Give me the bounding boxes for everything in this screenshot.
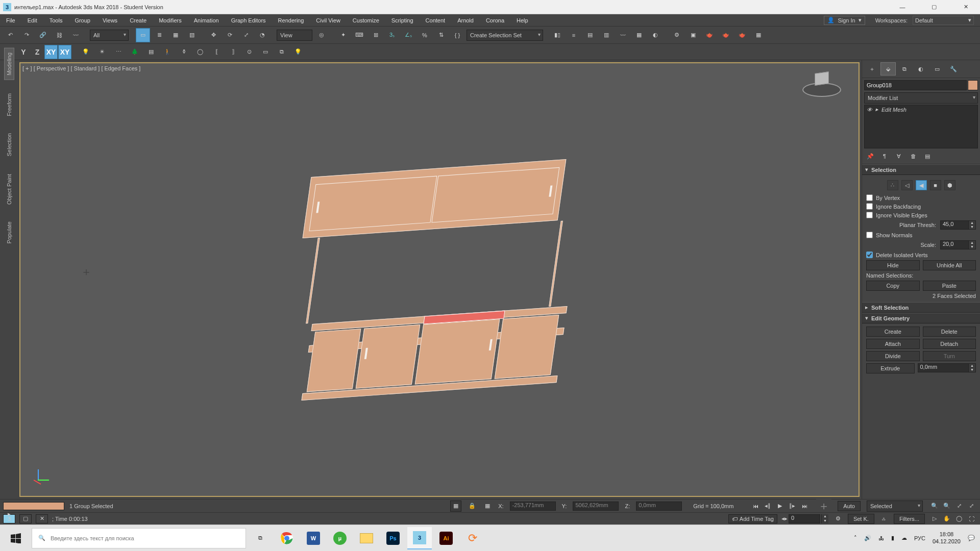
isolate-toggle[interactable]: ▦ — [450, 500, 461, 512]
goto-start-button[interactable]: ⏮ — [750, 500, 761, 512]
unlink-button[interactable]: ⛓ — [52, 28, 66, 42]
tray-clock[interactable]: 18:08 04.12.2020 — [933, 531, 961, 544]
bracket-r-button[interactable]: ⟧ — [226, 45, 240, 59]
menu-edit[interactable]: Edit — [21, 14, 43, 26]
by-vertex-checkbox[interactable]: By Vertex — [866, 194, 976, 201]
tab-objectpaint[interactable]: Object Paint — [5, 170, 14, 209]
start-button[interactable] — [2, 527, 30, 549]
modifier-list-dropdown[interactable]: Modifier List — [864, 92, 978, 104]
zoom-extents-button[interactable]: ⤢ — [953, 500, 965, 512]
doc-chip-2[interactable]: ▢ — [19, 514, 32, 523]
tab-populate[interactable]: Populate — [5, 217, 14, 247]
ring-button[interactable]: ◯ — [193, 45, 207, 59]
render-online-button[interactable]: ▦ — [751, 28, 766, 42]
rollout-editgeometry-header[interactable]: ▾Edit Geometry — [862, 313, 980, 323]
paste-sel-button[interactable]: Paste — [923, 281, 976, 291]
next-frame-button[interactable]: ∥▸ — [787, 500, 798, 512]
panel-display-tab[interactable]: ▭ — [929, 62, 945, 76]
menu-customize[interactable]: Customize — [347, 14, 385, 26]
mirror-button[interactable]: ▮▯ — [550, 28, 565, 42]
signin-dropdown[interactable]: 👤 Sign In ▾ — [824, 16, 865, 25]
delete-isolated-verts-checkbox[interactable]: Delete Isolated Verts — [866, 252, 976, 258]
modifier-stack[interactable]: 👁▸Edit Mesh — [864, 105, 978, 148]
close-button[interactable]: ✕ — [957, 2, 975, 12]
set-key-button[interactable]: Set K. — [848, 514, 874, 524]
taskbar-chrome[interactable] — [275, 527, 299, 549]
material-editor-button[interactable]: ◐ — [648, 28, 663, 42]
zoom-extents-all-button[interactable]: ⤢ — [966, 500, 977, 512]
keyfilter-selected-dropdown[interactable]: Selected — [867, 500, 923, 512]
select-region-rect-button[interactable]: ▦ — [168, 28, 183, 42]
percent-snap-toggle[interactable]: % — [418, 28, 432, 42]
extrude-amount-field[interactable]: 0,0mm▲▼ — [918, 363, 976, 372]
axis-z[interactable]: Z — [31, 45, 44, 59]
goto-end-button[interactable]: ⏭ — [799, 500, 810, 512]
panel-motion-tab[interactable]: ◐ — [913, 62, 928, 76]
layer-explorer-button[interactable]: ▤ — [583, 28, 597, 42]
menu-modifiers[interactable]: Modifiers — [153, 14, 188, 26]
pan-button[interactable]: ✋ — [941, 513, 952, 524]
taskbar-explorer[interactable] — [354, 527, 379, 549]
subobj-edge[interactable]: ◁ — [901, 180, 913, 190]
zoom-all-button[interactable]: 🔍 — [941, 500, 952, 512]
bracket-l-button[interactable]: ⟦ — [209, 45, 224, 59]
time-config-button[interactable]: ⚙ — [832, 513, 844, 524]
use-pivot-center-button[interactable]: ◎ — [314, 28, 329, 42]
copy-sel-button[interactable]: Copy — [866, 281, 920, 291]
taskbar-word[interactable]: W — [301, 527, 326, 549]
coord-x-field[interactable]: -253,771mm — [510, 502, 556, 511]
render-activeshade-button[interactable]: 🫖 — [735, 28, 749, 42]
workspaces-dropdown[interactable]: Default ▾ — [913, 16, 974, 25]
delete-geo-button[interactable]: Delete — [923, 327, 976, 337]
configure-sets-button[interactable]: ▤ — [921, 151, 934, 162]
menu-rendering[interactable]: Rendering — [272, 14, 310, 26]
person-button[interactable]: 🚶 — [160, 45, 175, 59]
coord-y-field[interactable]: 5062,629mm — [573, 502, 619, 511]
key-filters-button[interactable]: Filters... — [894, 514, 925, 524]
task-view-button[interactable]: ⧉ — [248, 527, 273, 549]
menu-civilview[interactable]: Civil View — [310, 14, 346, 26]
tab-selection[interactable]: Selection — [5, 129, 14, 160]
create-geo-button[interactable]: Create — [866, 327, 920, 337]
menu-help[interactable]: Help — [510, 14, 534, 26]
planar-thresh-field[interactable]: 45,0▲▼ — [940, 220, 976, 230]
angle-snap-toggle[interactable]: ∠ₛ — [401, 28, 415, 42]
named-selection-set-dropdown[interactable]: Create Selection Set — [467, 30, 543, 41]
snap-toggle-2d[interactable]: ⊞ — [369, 28, 383, 42]
detach-button[interactable]: Detach — [923, 339, 976, 349]
taskbar-blender[interactable]: ⟳ — [460, 527, 485, 549]
move-button[interactable]: ✥ — [206, 28, 220, 42]
render-setup-button[interactable]: ⚙ — [670, 28, 684, 42]
idea-button[interactable]: 💡 — [291, 45, 305, 59]
tray-notifications-icon[interactable]: 💬 — [968, 535, 975, 541]
divide-button[interactable]: Divide — [866, 351, 920, 361]
bottle-button[interactable]: ⚱ — [177, 45, 191, 59]
select-object-button[interactable]: ▭ — [136, 28, 150, 42]
ignore-visible-edges-checkbox[interactable]: Ignore Visible Edges — [866, 212, 976, 218]
make-unique-button[interactable]: ∀ — [893, 151, 905, 162]
link-button[interactable]: 🔗 — [36, 28, 50, 42]
menu-corona[interactable]: Corona — [480, 14, 510, 26]
ref-coord-dropdown[interactable]: View — [277, 30, 312, 41]
menu-tools[interactable]: Tools — [43, 14, 69, 26]
set-key-big-button[interactable]: ＋ — [816, 498, 831, 514]
select-by-name-button[interactable]: ≣ — [152, 28, 166, 42]
minimize-button[interactable]: — — [893, 2, 912, 12]
monitor-button[interactable]: ▭ — [258, 45, 273, 59]
transform-typein-toggle[interactable]: ▦ — [483, 500, 492, 512]
subobj-polygon[interactable]: ■ — [930, 180, 941, 190]
placement-button[interactable]: ◔ — [255, 28, 270, 42]
scale-button[interactable]: ⤢ — [239, 28, 253, 42]
menu-views[interactable]: Views — [96, 14, 124, 26]
rotate-button[interactable]: ⟳ — [223, 28, 237, 42]
undo-button[interactable]: ↶ — [3, 28, 17, 42]
taskbar-illustrator[interactable]: Ai — [434, 527, 458, 549]
camera-list-button[interactable]: ⋯ — [111, 45, 126, 59]
panel-create-tab[interactable]: ＋ — [864, 62, 879, 76]
orbit-button[interactable]: ◯ — [953, 513, 965, 524]
subobj-vertex[interactable]: ∴ — [887, 180, 898, 190]
maximize-button[interactable]: ▢ — [925, 2, 943, 12]
subobj-face[interactable]: ◀ — [916, 180, 927, 190]
remove-modifier-button[interactable]: 🗑 — [907, 151, 919, 162]
axis-xy[interactable]: XY — [44, 45, 58, 59]
